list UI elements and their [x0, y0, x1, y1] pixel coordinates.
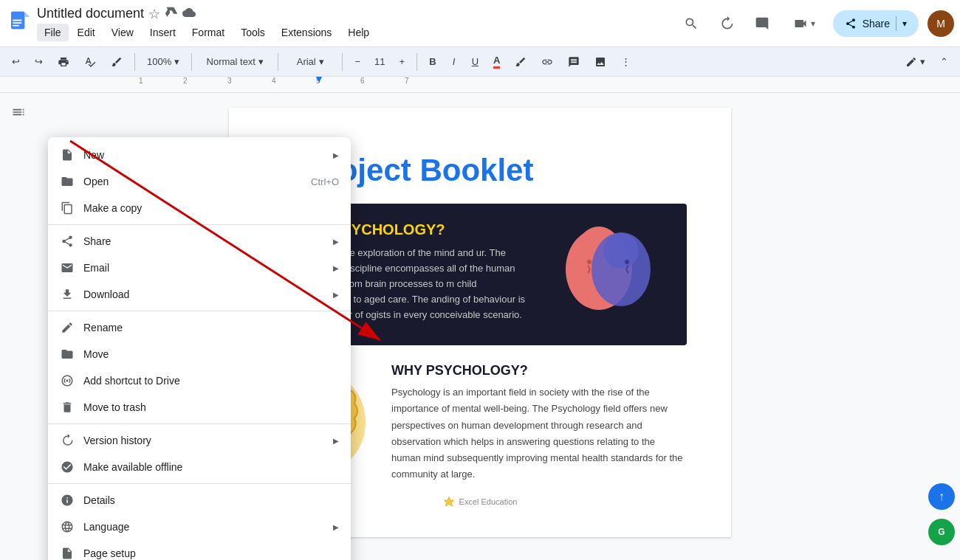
- redo-button[interactable]: ↪: [29, 53, 49, 70]
- share-icon: [60, 234, 75, 249]
- move-trash-label: Move to trash: [83, 401, 339, 413]
- dropdown-email[interactable]: Email: [48, 255, 351, 281]
- svg-marker-14: [444, 497, 453, 507]
- print-button[interactable]: [52, 53, 75, 71]
- zoom-value: 100%: [147, 56, 171, 67]
- more-options-button[interactable]: ⋮: [615, 53, 637, 70]
- open-label: Open: [83, 176, 302, 187]
- menu-file[interactable]: File: [37, 24, 69, 41]
- dropdown-download[interactable]: Download: [48, 281, 351, 308]
- link-button[interactable]: [535, 53, 559, 71]
- drive-icon[interactable]: [165, 5, 178, 22]
- underline-button[interactable]: U: [466, 53, 484, 70]
- paint-button[interactable]: [105, 53, 128, 71]
- spellcheck-button[interactable]: [78, 53, 102, 71]
- add-shortcut-label: Add shortcut to Drive: [83, 375, 339, 387]
- psych-head-svg: [551, 221, 669, 325]
- menu-help[interactable]: Help: [340, 24, 377, 41]
- menu-tools[interactable]: Tools: [233, 24, 272, 41]
- text-style-selector[interactable]: Normal text ▾: [198, 53, 272, 70]
- svg-rect-5: [13, 22, 22, 24]
- dropdown-sep-4: [48, 483, 351, 484]
- undo-button[interactable]: ↩: [6, 53, 26, 70]
- svg-point-10: [603, 233, 639, 269]
- language-arrow: [333, 522, 339, 532]
- dropdown-rename[interactable]: Rename: [48, 314, 351, 341]
- bold-button[interactable]: B: [423, 53, 442, 70]
- left-sidebar: [0, 93, 37, 560]
- comments-button[interactable]: [749, 10, 775, 37]
- new-arrow: [333, 150, 339, 160]
- dropdown-version-history[interactable]: Version history: [48, 427, 351, 454]
- title-area: Untitled document ☆ File Edit View Inser…: [37, 5, 678, 41]
- star-icon[interactable]: ☆: [148, 6, 160, 22]
- dropdown-share[interactable]: Share: [48, 228, 351, 255]
- insert-comment-button[interactable]: [562, 53, 586, 71]
- email-icon: [60, 260, 75, 275]
- dropdown-page-setup[interactable]: Page setup: [48, 540, 351, 560]
- meet-button[interactable]: ▾: [784, 12, 824, 35]
- grammarly-btn[interactable]: G: [928, 519, 955, 545]
- title-icons: ☆: [148, 5, 196, 22]
- scroll-up-btn[interactable]: ↑: [928, 483, 955, 510]
- share-arrow: [333, 236, 339, 246]
- menu-format[interactable]: Format: [185, 24, 232, 41]
- highlight-button[interactable]: [509, 53, 532, 71]
- share-button[interactable]: Share ▾: [833, 10, 919, 37]
- document-title[interactable]: Untitled document: [37, 6, 144, 21]
- email-label: Email: [83, 262, 324, 274]
- meet-chevron: ▾: [811, 18, 815, 29]
- dropdown-open[interactable]: Open Ctrl+O: [48, 168, 351, 195]
- version-history-button[interactable]: [713, 10, 740, 37]
- footer-text: Excel Education: [459, 497, 518, 506]
- new-icon: [60, 148, 75, 162]
- ruler-mark-1: 1: [139, 77, 143, 85]
- toolbar: ↩ ↪ 100% ▾ Normal text ▾ Arial ▾ − 11 + …: [0, 47, 960, 77]
- logo-icon: [443, 496, 455, 508]
- toolbar-separator-1: [134, 53, 135, 71]
- menu-edit[interactable]: Edit: [70, 24, 103, 41]
- zoom-chevron: ▾: [174, 56, 179, 67]
- font-size-box: − 11 +: [349, 53, 411, 70]
- font-size-increase[interactable]: +: [393, 53, 411, 70]
- why-title: WHY PSYCHOLOGY?: [391, 363, 687, 378]
- ruler-mark-6: 6: [360, 77, 365, 85]
- share-sep: [896, 16, 896, 31]
- outline-toggle[interactable]: [5, 99, 32, 125]
- email-arrow: [333, 263, 339, 273]
- dropdown-details[interactable]: Details: [48, 487, 351, 514]
- pen-tool-button[interactable]: ▾: [899, 53, 931, 71]
- collapse-toolbar-button[interactable]: ⌃: [934, 53, 954, 70]
- zoom-selector[interactable]: 100% ▾: [141, 53, 185, 70]
- why-description: Psychology is an important field in soci…: [391, 384, 687, 483]
- font-selector[interactable]: Arial ▾: [284, 53, 336, 70]
- menu-view[interactable]: View: [104, 24, 141, 41]
- menu-extensions[interactable]: Extensions: [274, 24, 339, 41]
- dropdown-new[interactable]: New: [48, 142, 351, 168]
- font-size-decrease[interactable]: −: [349, 53, 366, 70]
- doc-title-bar: Untitled document ☆: [37, 5, 678, 22]
- share-label: Share: [863, 18, 890, 30]
- dropdown-move[interactable]: Move: [48, 341, 351, 367]
- text-color-button[interactable]: A: [487, 52, 506, 72]
- toolbar-separator-4: [342, 53, 343, 71]
- dropdown-move-trash[interactable]: Move to trash: [48, 394, 351, 421]
- top-bar: Untitled document ☆ File Edit View Inser…: [0, 0, 960, 47]
- insert-image-button[interactable]: [589, 53, 612, 71]
- move-label: Move: [83, 348, 339, 360]
- rename-icon: [60, 320, 75, 335]
- dropdown-make-copy[interactable]: Make a copy: [48, 195, 351, 221]
- why-text-block: WHY PSYCHOLOGY? Psychology is an importa…: [391, 363, 687, 484]
- dropdown-add-shortcut[interactable]: Add shortcut to Drive: [48, 367, 351, 394]
- dropdown-offline[interactable]: Make available offline: [48, 454, 351, 480]
- menu-insert[interactable]: Insert: [143, 24, 183, 41]
- dropdown-language[interactable]: Language: [48, 514, 351, 540]
- user-avatar[interactable]: M: [928, 10, 954, 37]
- search-button[interactable]: [678, 10, 704, 37]
- italic-button[interactable]: I: [445, 53, 463, 70]
- language-icon: [60, 519, 75, 534]
- details-icon: [60, 493, 75, 508]
- font-size-input[interactable]: 11: [368, 55, 391, 69]
- cloud-icon[interactable]: [182, 6, 196, 22]
- main-area: w Project Booklet AT IS PSYCHOLOGY? gy r…: [0, 93, 960, 560]
